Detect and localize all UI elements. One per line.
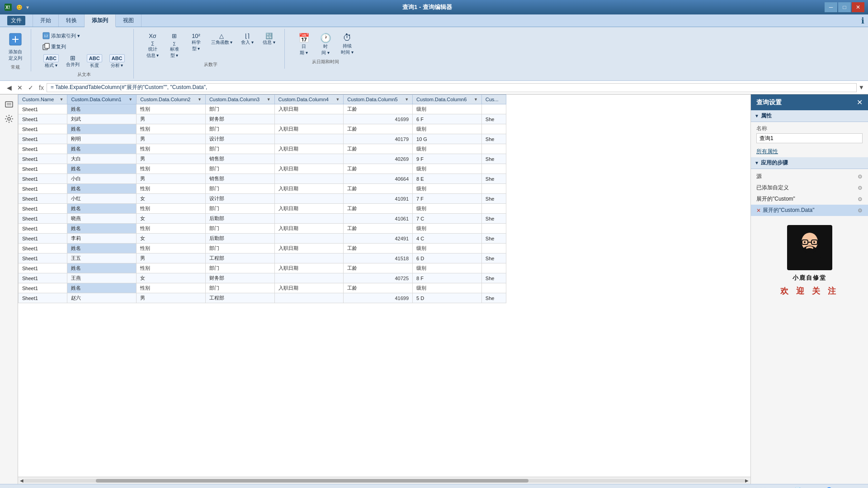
tab-file[interactable]: 文件 (0, 14, 33, 27)
step-item-expandCustomData[interactable]: ✕展开的"Custom.Data"⚙ (751, 205, 868, 216)
duplicate-button[interactable]: 重复列 (40, 42, 128, 52)
standard-button[interactable]: ⊞∑ 标准型 ▾ (165, 31, 184, 61)
standard-icon: ⊞∑ (172, 33, 177, 46)
table-cell-col6: 8 F (413, 273, 482, 283)
step-gear-icon[interactable]: ⚙ (858, 174, 863, 180)
formula-input[interactable] (47, 83, 857, 92)
table-cell-col5: 工龄 (344, 184, 413, 194)
right-panel-close-button[interactable]: ✕ (857, 98, 863, 107)
step-gear-icon[interactable]: ⚙ (858, 196, 863, 202)
step-gear-icon[interactable]: ⚙ (858, 185, 863, 191)
col-header-col2[interactable]: Custom.Data.Column2 ▼ (137, 95, 206, 104)
text-group-label: 从文本 (77, 71, 91, 78)
analyze-button[interactable]: ABC 分析 ▾ (106, 52, 128, 70)
tab-home[interactable]: 开始 (33, 14, 59, 27)
svg-rect-29 (798, 257, 821, 268)
col-header-extra[interactable]: Cus... (481, 95, 506, 104)
info-button[interactable]: 🔣 信息 ▾ (259, 31, 279, 47)
sidebar-settings-icon[interactable] (3, 113, 15, 125)
steps-section-header[interactable]: ▼ 应用的步骤 (751, 157, 868, 169)
table-container[interactable]: Custom.Name ▼ Custom.Data.Column1 ▼ (18, 94, 750, 477)
table-cell-col6: 级别 (413, 244, 482, 253)
nav-prev-button[interactable]: ◀ (5, 83, 14, 92)
rounding-button[interactable]: ⌊⌉ 舍入 ▾ (237, 31, 257, 47)
rounding-label: 舍入 ▾ (241, 39, 254, 46)
table-cell-col3: 工程部 (205, 253, 274, 263)
filter-col2[interactable]: ▼ (198, 97, 202, 102)
tab-add-column[interactable]: 添加列 (85, 14, 116, 27)
scroll-thumb[interactable] (96, 479, 529, 483)
help-icon[interactable]: ℹ (861, 16, 864, 26)
table-row: Sheet1姓名性别部门入职日期工龄级别 (19, 164, 506, 174)
trig-button[interactable]: △ 三角函数 ▾ (208, 31, 236, 47)
scroll-right-button[interactable]: ▶ (745, 478, 749, 483)
table-row: Sheet1姓名性别部门入职日期工龄级别 (19, 204, 506, 214)
filter-col3[interactable]: ▼ (267, 97, 271, 102)
scientific-button[interactable]: 10² 科学型 ▾ (186, 31, 206, 54)
add-index-col-button[interactable]: 12 添加索引列 ▾ (40, 31, 128, 41)
filter-custom-name[interactable]: ▼ (59, 97, 63, 102)
properties-section-header[interactable]: ▼ 属性 (751, 110, 868, 122)
filter-col1[interactable]: ▼ (128, 97, 132, 102)
table-cell-col5: 41091 (344, 194, 413, 204)
col-header-custom-name[interactable]: Custom.Name ▼ (19, 95, 67, 104)
table-cell-col6: 级别 (413, 184, 482, 194)
table-cell-customName: Sheet1 (19, 174, 67, 184)
time-button[interactable]: 🕐 时间 ▾ (316, 31, 335, 58)
table-cell-col4: 入职日期 (274, 104, 344, 114)
table-cell-col2: 性别 (137, 263, 206, 273)
col-header-col5[interactable]: Custom.Data.Column5 ▼ (344, 95, 413, 104)
format-button[interactable]: ABC 格式 ▾ (40, 52, 62, 70)
table-cell-col5: 40725 (344, 273, 413, 283)
length-button[interactable]: ABC 长度 (84, 52, 105, 70)
table-cell-col6: 级别 (413, 164, 482, 174)
close-button[interactable]: ✕ (852, 2, 864, 12)
query-name-input[interactable] (756, 133, 863, 143)
table-cell-col1: 姓名 (67, 124, 137, 134)
maximize-button[interactable]: □ (838, 2, 851, 12)
all-props-link[interactable]: 所有属性 (751, 146, 868, 157)
ribbon: 文件 开始 转换 添加列 视图 ℹ 添加自定义列 (0, 14, 868, 81)
table-cell-col5: 42491 (344, 234, 413, 244)
step-item-expandCustom[interactable]: 展开的"Custom"⚙ (751, 193, 868, 205)
minimize-button[interactable]: ─ (825, 2, 837, 12)
horizontal-scrollbar[interactable]: ◀ ▶ (18, 477, 750, 484)
tab-transform[interactable]: 转换 (59, 14, 85, 27)
properties-content: 名称 所有属性 (751, 122, 868, 157)
formula-confirm-button[interactable]: ✓ (26, 83, 35, 92)
tab-view[interactable]: 视图 (116, 14, 142, 27)
formula-fx-icon: fx (39, 84, 44, 91)
table-row: Sheet1大白男销售部402699 FShe (19, 154, 506, 164)
step-gear-icon[interactable]: ⚙ (858, 207, 863, 214)
duration-button[interactable]: ⏱ 持续时间 ▾ (337, 31, 357, 57)
step-item-source[interactable]: 源⚙ (751, 171, 868, 182)
avatar-image (787, 225, 832, 270)
number-group-label: 从数字 (204, 61, 217, 68)
table-cell-col6: 8 E (413, 174, 482, 184)
table-row: Sheet1姓名性别部门入职日期工龄级别 (19, 224, 506, 234)
table-cell-col6: 4 C (413, 234, 482, 244)
col-header-col6[interactable]: Custom.Data.Column6 ▼ (413, 95, 482, 104)
filter-col4[interactable]: ▼ (335, 97, 340, 102)
table-cell-col1: 姓名 (67, 263, 137, 273)
col-header-col3[interactable]: Custom.Data.Column3 ▼ (205, 95, 274, 104)
filter-col5[interactable]: ▼ (405, 97, 409, 102)
merge-button[interactable]: ⊞ 合并列 (63, 52, 83, 70)
table-cell-col4 (274, 253, 344, 263)
svg-point-22 (804, 241, 806, 243)
sidebar-queries-icon[interactable] (3, 98, 15, 111)
add-custom-col-button[interactable]: 添加自定义列 (5, 31, 25, 63)
step-item-addCustom[interactable]: 已添加自定义⚙ (751, 182, 868, 193)
scroll-left-button[interactable]: ◀ (20, 478, 24, 483)
formula-dropdown-button[interactable]: ▼ (857, 84, 866, 91)
table-cell-extra: She (481, 214, 506, 224)
date-button[interactable]: 📅 日期 ▾ (294, 31, 314, 58)
formula-cancel-button[interactable]: ✕ (15, 83, 24, 92)
stats-button[interactable]: Xσ∑ 统计信息 ▾ (143, 31, 163, 61)
table-row: Sheet1姓名性别部门入职日期工龄级别 (19, 283, 506, 293)
col-header-col4[interactable]: Custom.Data.Column4 ▼ (274, 95, 344, 104)
table-cell-col3: 部门 (205, 283, 274, 293)
properties-label: 属性 (761, 112, 772, 120)
col-header-col1[interactable]: Custom.Data.Column1 ▼ (67, 95, 137, 104)
filter-col6[interactable]: ▼ (474, 97, 478, 102)
